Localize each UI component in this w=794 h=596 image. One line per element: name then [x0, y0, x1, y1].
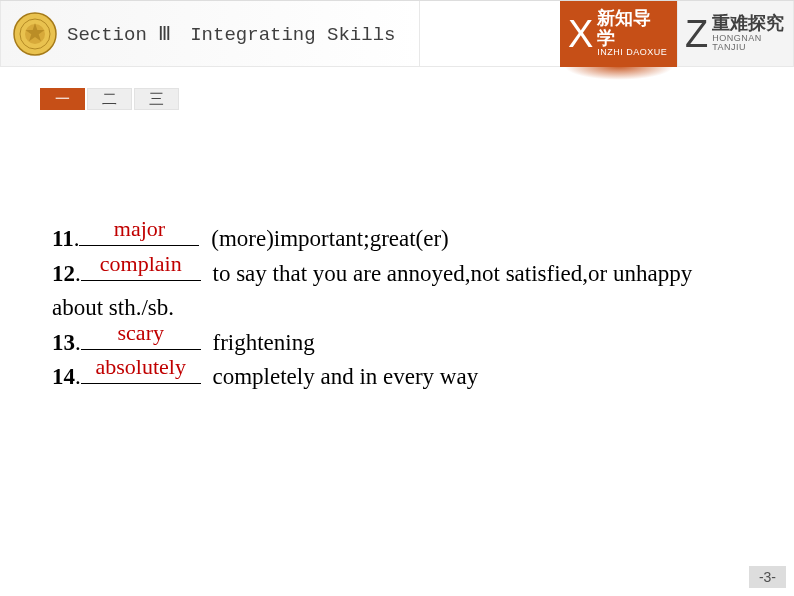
tab-letter: Z: [685, 15, 708, 53]
item-number: 13: [52, 330, 75, 355]
tab-letter: X: [568, 15, 593, 53]
tab-cn: 重难探究: [712, 14, 785, 34]
tab-text: 新知导学 INZHI DAOXUE: [597, 9, 668, 58]
blank-field: absolutely: [81, 361, 201, 384]
tab-en: INZHI DAOXUE: [597, 48, 668, 58]
subtab-2[interactable]: 二: [87, 88, 132, 110]
section-title: Section Ⅲ Integrating Skills: [67, 21, 395, 47]
blank-field: major: [79, 223, 199, 246]
definition-text: completely and in every way: [207, 364, 478, 389]
definition-text: (more)important;great(er): [205, 226, 448, 251]
answer-text: complain: [100, 247, 182, 280]
tab-cn: 新知导学: [597, 9, 668, 49]
vocab-row: 14.absolutely completely and in every wa…: [52, 360, 742, 395]
subtab-1[interactable]: 一: [40, 88, 85, 110]
page-number: -3-: [749, 566, 786, 588]
answer-text: scary: [118, 316, 164, 349]
definition-text: frightening: [207, 330, 315, 355]
header-spacer: [420, 1, 560, 67]
subtabs: 一 二 三: [40, 88, 179, 110]
content-area: 11.major (more)important;great(er) 12.co…: [52, 222, 742, 395]
blank-field: scary: [81, 327, 201, 350]
blank-field: complain: [81, 258, 201, 281]
item-number: 11: [52, 226, 74, 251]
nav-tabs: X 新知导学 INZHI DAOXUE Z 重难探究 HONGNAN TANJI…: [560, 1, 794, 67]
subtab-3[interactable]: 三: [134, 88, 179, 110]
header-bar: Section Ⅲ Integrating Skills X 新知导学 INZH…: [0, 0, 794, 67]
school-logo-icon: [13, 12, 57, 56]
answer-text: absolutely: [96, 350, 186, 383]
item-number: 12: [52, 261, 75, 286]
tab-zhongnan[interactable]: Z 重难探究 HONGNAN TANJIU: [677, 1, 794, 67]
header-left: Section Ⅲ Integrating Skills: [0, 1, 420, 67]
tab-en: HONGNAN TANJIU: [712, 34, 785, 54]
tab-xinzhi[interactable]: X 新知导学 INZHI DAOXUE: [560, 1, 677, 67]
item-number: 14: [52, 364, 75, 389]
tab-text: 重难探究 HONGNAN TANJIU: [712, 14, 785, 54]
answer-text: major: [114, 212, 165, 245]
